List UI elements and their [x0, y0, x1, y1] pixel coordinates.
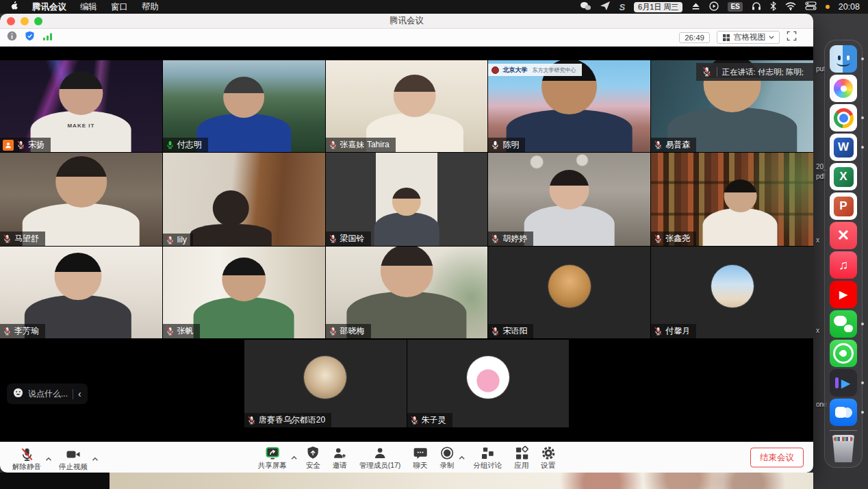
chrome-dock-icon[interactable] — [830, 104, 857, 131]
video-tile[interactable]: lily — [163, 153, 325, 246]
dock: WXP✕♫▶▶ — [824, 40, 863, 468]
trash-dock-icon[interactable] — [830, 435, 857, 462]
stop-video-button[interactable]: 停止视频 — [55, 444, 92, 472]
mic-status-icon — [16, 140, 25, 149]
eject-icon[interactable] — [691, 2, 700, 12]
paper-plane-icon[interactable] — [600, 1, 610, 12]
mic-status-icon — [491, 234, 500, 243]
desktop-right-area: put20_pdfxxone WXP✕♫▶▶ — [813, 14, 868, 489]
chevron-down-icon — [769, 36, 774, 39]
share-screen-chevron-up-icon[interactable] — [291, 451, 298, 463]
video-tile[interactable]: 朱子灵 — [407, 340, 570, 427]
participant-label: 朱子灵 — [407, 413, 452, 427]
menu-app-name[interactable]: 腾讯会议 — [32, 1, 66, 13]
video-tile[interactable]: 唐赛香乌尔都语20 — [244, 340, 407, 427]
mic-status-icon — [166, 327, 175, 336]
security-button[interactable]: 安全 — [302, 442, 324, 471]
video-tile[interactable]: 宋语阳 — [488, 247, 650, 338]
menu-help[interactable]: 帮助 — [142, 1, 159, 13]
video-tile[interactable]: 张嘉妹 Tahira — [326, 60, 488, 152]
menu-edit[interactable]: 编辑 — [80, 1, 97, 13]
video-tile[interactable]: 付馨月 — [651, 247, 813, 338]
input-source-badge[interactable]: ES — [728, 2, 742, 12]
word-dock-icon[interactable]: W — [830, 134, 857, 161]
mic-status-icon — [654, 140, 663, 149]
close-window-button[interactable] — [7, 17, 15, 25]
video-background-banner: 北京大学东方文学研究中心 — [488, 64, 582, 76]
record-chevron-up-icon[interactable] — [458, 451, 465, 463]
view-mode-dropdown[interactable]: 宫格视图 — [717, 31, 780, 44]
video-tile[interactable]: 北京大学东方文学研究中心陈明 — [488, 60, 650, 152]
avatar — [304, 356, 346, 399]
photos-dock-icon[interactable] — [830, 75, 857, 102]
headphones-icon[interactable] — [752, 1, 761, 12]
stop-video-chevron-up-icon[interactable] — [92, 452, 99, 464]
video-tile[interactable]: 梁国铃 — [326, 153, 488, 246]
settings-button[interactable]: 设置 — [537, 442, 559, 471]
chat-button[interactable]: 聊天 — [409, 442, 431, 471]
chat-input-placeholder[interactable]: 说点什么... — [28, 388, 68, 400]
date-widget[interactable]: 6月1日 周三 — [634, 2, 682, 12]
play-circle-icon[interactable] — [709, 1, 719, 13]
network-signal-icon[interactable] — [42, 32, 53, 44]
info-icon[interactable] — [7, 31, 17, 44]
quick-chat-bar[interactable]: 说点什么... ‹ — [7, 384, 88, 404]
display-switch-icon[interactable] — [805, 1, 817, 12]
mic-status-icon — [654, 327, 663, 336]
participant-name: 付馨月 — [665, 325, 690, 337]
invite-button[interactable]: 邀请 — [329, 442, 351, 471]
video-tile[interactable]: 张帆 — [163, 247, 325, 338]
members-button[interactable]: 管理成员(17) — [355, 442, 405, 471]
video-tile[interactable]: 邵晓梅 — [326, 247, 488, 338]
record-button[interactable]: 录制 — [435, 442, 458, 471]
video-tile[interactable]: 胡婷婷 — [488, 153, 650, 246]
breakout-icon — [481, 446, 495, 460]
video-tile[interactable]: 马望舒 — [0, 153, 162, 246]
tencent-meeting-dock-icon[interactable] — [830, 399, 857, 426]
breakout-button[interactable]: 分组讨论 — [469, 442, 506, 471]
video-tile[interactable]: MAKE IT宋扬 — [0, 60, 162, 152]
whatsapp-dock-icon[interactable] — [830, 340, 857, 367]
desktop-bottom-strip — [0, 473, 813, 489]
participant-silhouette — [374, 186, 439, 246]
youtube-dock-icon[interactable]: ▶ — [830, 281, 857, 308]
wechat-dock-icon[interactable] — [830, 310, 857, 338]
participant-name: 胡婷婷 — [502, 233, 527, 244]
music-dock-icon[interactable]: ♫ — [830, 251, 857, 279]
powerpoint-dock-icon[interactable]: P — [830, 192, 857, 220]
unmute-chevron-up-icon[interactable] — [45, 452, 52, 464]
finder-dock-icon[interactable] — [830, 45, 857, 73]
apps-button[interactable]: 应用 — [510, 442, 533, 471]
participant-name: 唐赛香乌尔都语20 — [259, 414, 325, 426]
fullscreen-icon[interactable] — [787, 31, 797, 44]
wechat-status-icon[interactable] — [580, 1, 591, 13]
excel-dock-icon[interactable]: X — [830, 163, 857, 190]
minimize-window-button[interactable] — [21, 17, 29, 25]
share-screen-button[interactable]: 共享屏幕 — [254, 442, 291, 471]
video-tile[interactable]: 付志明 — [163, 60, 325, 152]
video-tile[interactable]: 李芳瑜 — [0, 247, 162, 338]
s-app-icon[interactable]: S — [619, 2, 625, 12]
tencent-meeting-window: 腾讯会议 26:49 宫格视图 — [0, 14, 813, 473]
participant-name: 易普森 — [665, 139, 690, 151]
iina-dock-icon[interactable]: ▶ — [830, 369, 857, 397]
emoji-icon[interactable] — [13, 388, 23, 400]
participant-label: 宋语阳 — [488, 324, 533, 338]
unmute-button[interactable]: 解除静音 — [8, 444, 45, 472]
end-meeting-button[interactable]: 结束会议 — [750, 448, 804, 468]
participant-label: 张帆 — [163, 324, 200, 338]
wifi-icon[interactable] — [785, 2, 796, 12]
menu-window[interactable]: 窗口 — [111, 1, 128, 13]
xmind-dock-icon[interactable]: ✕ — [830, 222, 857, 249]
grid-view-icon — [722, 34, 730, 42]
apple-logo-icon[interactable] — [10, 1, 18, 13]
collapse-chevron-icon[interactable]: ‹ — [78, 389, 81, 399]
zoom-window-button[interactable] — [34, 17, 42, 25]
video-tile[interactable]: 张鑫尧 — [651, 153, 813, 246]
participant-label: 宋扬 — [0, 138, 51, 152]
shield-icon[interactable] — [25, 31, 35, 44]
bluetooth-icon[interactable] — [770, 1, 776, 13]
participant-label: 马望舒 — [0, 231, 45, 246]
clock[interactable]: 20:08 — [839, 2, 860, 12]
participant-label: 陈明 — [488, 138, 525, 152]
